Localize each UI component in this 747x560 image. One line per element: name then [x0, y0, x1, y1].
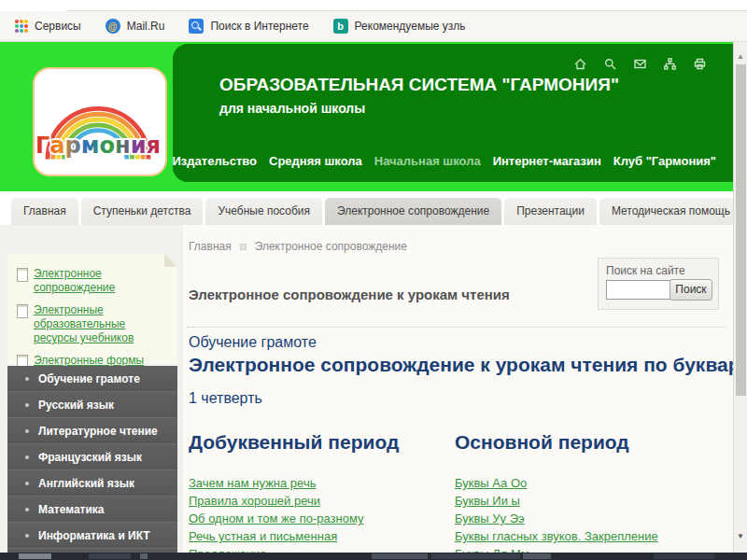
tab-methodical-help[interactable]: Методическая помощь [599, 198, 742, 225]
taskbar-strip [0, 553, 747, 560]
lesson-link[interactable]: Буквы Аа Оо [455, 477, 718, 490]
favbar-label: Поиск в Интернете [210, 20, 308, 33]
page-heading: Электронное сопровождение к урокам чтени… [189, 287, 510, 302]
tab-childhood-steps[interactable]: Ступеньки детства [81, 198, 204, 225]
mail-icon[interactable] [633, 57, 647, 71]
rainbow-logo-image: Гармония [35, 69, 162, 171]
lesson-link[interactable]: Об одном и том же по-разному [189, 512, 452, 525]
column-heading: Основной период [455, 430, 718, 455]
site-title: ОБРАЗОВАТЕЛЬНАЯ СИСТЕМА "ГАРМОНИЯ" [219, 75, 619, 95]
site-header: ОБРАЗОВАТЕЛЬНАЯ СИСТЕМА "ГАРМОНИЯ" для н… [0, 42, 733, 191]
sidebar-item-informatics[interactable]: Информатика и ИКТ [7, 523, 177, 549]
header-menu: Издательство Средняя школа Начальная шко… [173, 154, 716, 168]
favbar-item-services[interactable]: Сервисы [15, 20, 81, 33]
browser-favorites-bar: Сервисы Mail.Ru Поиск в Интернете Рекоме… [0, 11, 747, 42]
main-navigation: Главная Ступеньки детства Учебные пособи… [0, 191, 733, 225]
site-subtitle: для начальной школы [219, 101, 365, 116]
print-icon[interactable] [693, 57, 707, 71]
browser-tab-strip [0, 0, 747, 11]
folded-corner [164, 254, 177, 267]
header-menu-middle-school[interactable]: Средняя школа [269, 154, 362, 168]
lesson-link[interactable]: Правила хорошей речи [189, 495, 452, 508]
header-menu-shop[interactable]: Интернет-магазин [493, 154, 601, 168]
breadcrumb-home[interactable]: Главная [189, 240, 232, 253]
favbar-label: Рекомендуемые узлы [355, 20, 465, 33]
scrollbar-thumb[interactable] [736, 64, 746, 396]
column-main-period: Основной период Буквы Аа Оо Буквы Ии ы Б… [455, 430, 718, 560]
main-content: Главная Электронное сопровождение Поиск … [187, 225, 728, 553]
nav-tabs: Главная Ступеньки детства Учебные пособи… [11, 198, 747, 225]
content-title: Электронное сопровождение к урокам чтени… [189, 354, 747, 376]
breadcrumb: Главная Электронное сопровождение [189, 240, 407, 253]
sitemap-icon[interactable] [663, 57, 677, 71]
breadcrumb-current: Электронное сопровождение [255, 240, 407, 253]
site-search-box: Поиск на сайте Поиск [598, 258, 719, 310]
tab-study-aids[interactable]: Учебные пособия [205, 198, 322, 225]
apps-grid-icon [15, 20, 28, 33]
logo-text: Гармония [35, 133, 161, 159]
sidebar-item-literature[interactable]: Литературное чтение [7, 418, 177, 444]
sidebar-item-literacy[interactable]: Обучение грамоте [7, 366, 177, 392]
search-button[interactable]: Поиск [669, 279, 712, 301]
lesson-link[interactable]: Буквы Уу Ээ [455, 512, 718, 525]
sidebar-link-electronic-support[interactable]: Электронное сопровождение [17, 267, 170, 295]
scrollbar [733, 42, 747, 553]
sidebar-links-box: Электронное сопровождение Электронные об… [7, 254, 177, 364]
tab-home[interactable]: Главная [11, 198, 78, 225]
breadcrumb-separator-icon [240, 244, 247, 250]
section-label: Обучение грамоте [189, 334, 317, 351]
page-body: Электронное сопровождение Электронные об… [0, 225, 733, 553]
favbar-label: Сервисы [35, 20, 81, 33]
header-menu-primary-school[interactable]: Начальная школа [374, 154, 481, 168]
sidebar-link-label: Электронное сопровождение [34, 267, 170, 295]
tab-presentations[interactable]: Презентации [504, 198, 597, 225]
site-logo[interactable]: Гармония [33, 67, 167, 176]
lesson-link[interactable]: Речь устная и письменная [189, 530, 452, 543]
header-menu-club[interactable]: Клуб "Гармония" [613, 154, 716, 168]
document-icon [17, 304, 28, 318]
favbar-item-mailru[interactable]: Mail.Ru [106, 19, 165, 34]
search-label: Поиск на сайте [606, 264, 685, 277]
sidebar-item-russian[interactable]: Русский язык [7, 392, 177, 418]
header-quick-icons [573, 57, 707, 71]
sidebar-link-label: Электронные образовательные ресурсы учеб… [34, 303, 170, 345]
favbar-item-internet-search[interactable]: Поиск в Интернете [189, 19, 308, 34]
lesson-link[interactable]: Буквы гласных звуков. Закрепление [455, 530, 718, 543]
column-heading: Добуквенный период [189, 430, 452, 455]
column-pre-letter-period: Добуквенный период Зачем нам нужна речь … [189, 430, 452, 560]
sidebar-subject-menu: Обучение грамоте Русский язык Литературн… [7, 366, 177, 553]
lesson-link[interactable]: Буквы Ии ы [455, 495, 718, 508]
lesson-links: Буквы Аа Оо Буквы Ии ы Буквы Уу Ээ Буквы… [455, 477, 718, 560]
header-panel: ОБРАЗОВАТЕЛЬНАЯ СИСТЕМА "ГАРМОНИЯ" для н… [173, 44, 733, 182]
dotted-divider [187, 327, 726, 328]
mailru-icon [106, 19, 120, 34]
quarter-label: 1 четверть [189, 390, 262, 407]
screen: Сервисы Mail.Ru Поиск в Интернете Рекоме… [0, 0, 747, 560]
favbar-item-suggested-sites[interactable]: Рекомендуемые узлы [333, 19, 465, 34]
sidebar-item-math[interactable]: Математика [7, 497, 177, 523]
sidebar-item-french[interactable]: Французский язык [7, 444, 177, 470]
favbar-label: Mail.Ru [127, 20, 165, 33]
sidebar-link-eor[interactable]: Электронные образовательные ресурсы учеб… [17, 303, 170, 345]
header-menu-publisher[interactable]: Издательство [173, 154, 258, 168]
lesson-links: Зачем нам нужна речь Правила хорошей реч… [189, 477, 452, 560]
sidebar-item-english[interactable]: Английский язык [7, 470, 177, 497]
document-icon [17, 268, 28, 282]
scroll-up-arrow-icon[interactable] [734, 46, 747, 63]
tab-electronic-support[interactable]: Электронное сопровождение [325, 198, 501, 225]
home-icon[interactable] [573, 57, 587, 71]
scroll-down-arrow-icon[interactable] [734, 525, 747, 542]
bing-icon [333, 19, 348, 34]
internet-search-icon [189, 19, 204, 34]
lesson-link[interactable]: Зачем нам нужна речь [189, 477, 452, 490]
search-icon[interactable] [603, 57, 617, 71]
